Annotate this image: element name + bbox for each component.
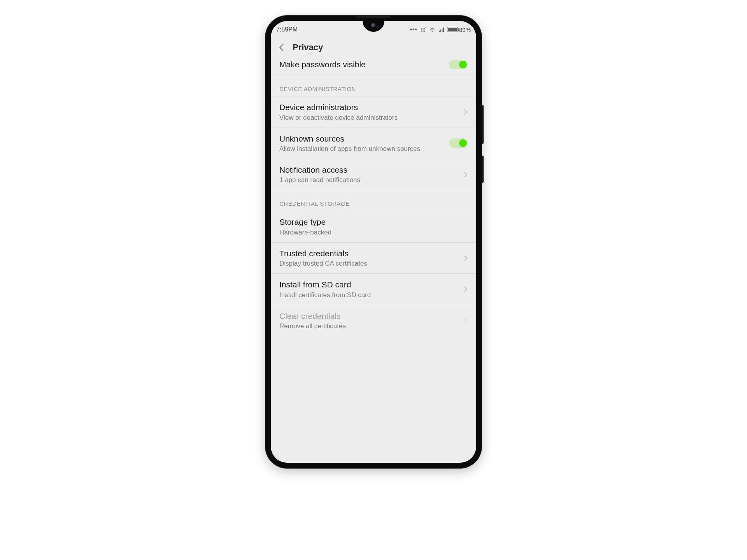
settings-list[interactable]: Make passwords visible DEVICE ADMINISTRA… [271, 58, 476, 336]
status-right: ••• 89% [410, 26, 471, 33]
row-trusted-credentials[interactable]: Trusted credentials Display trusted CA c… [271, 243, 476, 274]
section-device-administration: DEVICE ADMINISTRATION [271, 75, 476, 96]
row-subtitle: Remove all certificates [279, 322, 459, 331]
row-subtitle: Display trusted CA certificates [279, 259, 459, 268]
page-header: Privacy [271, 37, 476, 58]
row-subtitle: Allow installation of apps from unknown … [279, 145, 444, 153]
row-title: Storage type [279, 217, 468, 227]
row-title: Install from SD card [279, 279, 459, 290]
row-title: Device administrators [279, 102, 459, 112]
battery-indicator: 89% [447, 26, 471, 33]
row-make-passwords-visible[interactable]: Make passwords visible [271, 58, 476, 75]
row-title: Unknown sources [279, 133, 444, 144]
toggle-thumb [459, 139, 467, 147]
row-clear-credentials[interactable]: Clear credentials Remove all certificate… [271, 305, 476, 336]
row-subtitle: Hardware-backed [279, 228, 468, 237]
more-icon: ••• [410, 26, 417, 33]
page-title: Privacy [293, 42, 323, 52]
power-button [482, 156, 484, 183]
row-subtitle: Install certificates from SD card [279, 291, 459, 299]
battery-icon [447, 27, 458, 32]
row-title: Notification access [279, 164, 459, 175]
row-storage-type[interactable]: Storage type Hardware-backed [271, 211, 476, 242]
section-credential-storage: CREDENTIAL STORAGE [271, 190, 476, 211]
chevron-right-icon [464, 109, 468, 115]
battery-percent: 89% [459, 26, 471, 33]
volume-button [482, 105, 484, 144]
toggle-thumb [459, 61, 467, 68]
chevron-right-icon [464, 172, 468, 178]
signal-icon [438, 26, 445, 33]
chevron-right-icon [464, 255, 468, 261]
row-notification-access[interactable]: Notification access 1 app can read notif… [271, 159, 476, 190]
front-camera [371, 23, 376, 28]
row-subtitle: View or deactivate device administrators [279, 114, 459, 122]
status-time: 7:59PM [276, 26, 298, 33]
phone-frame: 7:59PM ••• 89% [265, 16, 482, 468]
wifi-icon [429, 26, 436, 33]
chevron-right-icon [464, 317, 468, 324]
toggle-unknown-sources[interactable] [449, 138, 468, 148]
toggle-passwords-visible[interactable] [449, 60, 468, 69]
row-subtitle: 1 app can read notifications [279, 176, 459, 184]
row-unknown-sources[interactable]: Unknown sources Allow installation of ap… [271, 128, 476, 159]
phone-screen: 7:59PM ••• 89% [271, 21, 476, 463]
row-title: Make passwords visible [279, 59, 444, 70]
chevron-right-icon [464, 286, 468, 292]
row-device-administrators[interactable]: Device administrators View or deactivate… [271, 96, 476, 128]
back-button[interactable] [278, 44, 286, 51]
alarm-icon [420, 26, 426, 33]
row-install-from-sd-card[interactable]: Install from SD card Install certificate… [271, 274, 476, 305]
row-title: Trusted credentials [279, 248, 459, 259]
phone-speaker [356, 16, 391, 18]
row-title: Clear credentials [279, 311, 459, 321]
